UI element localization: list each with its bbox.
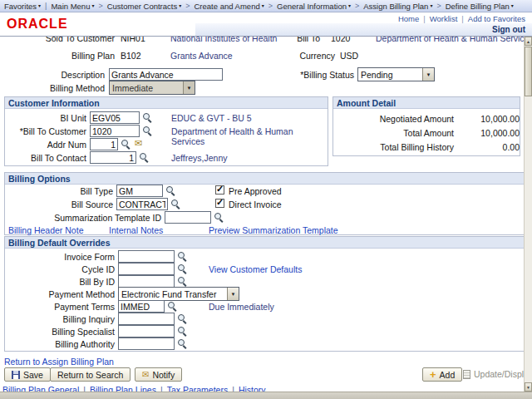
page-link-separator: | (232, 385, 234, 392)
lookup-icon[interactable] (176, 250, 188, 262)
cycle-id-label: Cycle ID (22, 264, 115, 274)
preview-summarization-template-link[interactable]: Preview Summarization Template (209, 225, 338, 235)
description-input[interactable] (109, 68, 223, 81)
breadcrumb-assign-billing-plan[interactable]: Assign Billing Plan ▾ (363, 2, 432, 11)
breadcrumb-general-information[interactable]: General Information ▾ (277, 2, 351, 11)
breadcrumb-separator: > (436, 2, 441, 10)
bill-to-contact-label: Bill To Contact (12, 153, 86, 163)
home-link[interactable]: Home (398, 14, 419, 23)
breadcrumb-customer-contracts[interactable]: Customer Contracts ▾ (107, 2, 182, 11)
summarization-template-id-input[interactable] (165, 211, 211, 224)
customer-information-section: Customer Information BI Unit EDUC & GVT … (4, 96, 328, 166)
envelope-icon[interactable]: ✉ (135, 139, 142, 148)
breadcrumb-separator: > (355, 2, 359, 10)
lookup-icon[interactable] (141, 125, 153, 136)
bill-to-name: Department of Health & Human Services (376, 37, 524, 43)
breadcrumb-favorites[interactable]: Favorites ▾ (4, 2, 41, 11)
add-label: Add (440, 370, 456, 380)
bill-to-label: Bill To (283, 37, 320, 43)
billing-plan-lines-link[interactable]: Billing Plan Lines (90, 385, 156, 392)
breadcrumb-favorites-label: Favorites (4, 2, 37, 11)
summarization-template-id-label: Summarization Template ID (13, 213, 161, 223)
payment-method-select[interactable]: Electronic Fund Transfer ▼ (118, 287, 239, 301)
sign-out-link[interactable]: Sign out (492, 25, 525, 34)
billing-authority-input[interactable] (118, 337, 175, 350)
app-header: ORACLE Home | Worklist | Add to Favorite… (0, 12, 532, 37)
billing-status-select[interactable]: Pending ▼ (357, 67, 435, 81)
billing-inquiry-input[interactable] (118, 313, 175, 325)
lookup-icon[interactable] (170, 198, 181, 209)
billing-plan-name: Grants Advance (170, 51, 233, 61)
scroll-thumb[interactable] (525, 47, 532, 96)
bill-to-customer-label: *Bill To Customer (5, 126, 86, 136)
save-icon (12, 371, 20, 379)
billing-plan-general-link[interactable]: Billing Plan General (2, 385, 79, 392)
bi-unit-input[interactable] (90, 111, 140, 124)
lookup-icon[interactable] (176, 313, 188, 324)
scroll-up-button[interactable]: ▲ (525, 37, 532, 46)
direct-invoice-checkbox[interactable]: ✓ (215, 199, 224, 208)
tax-parameters-link[interactable]: Tax Parameters (167, 385, 229, 392)
breadcrumb: Favorites ▾ | Main Menu ▾ > Customer Con… (0, 0, 532, 12)
billing-plan-label: Billing Plan (48, 51, 115, 61)
page-link-separator: | (160, 385, 163, 392)
total-billing-history-value: 0.00 (455, 142, 520, 152)
return-to-search-button[interactable]: Return to Search (50, 367, 131, 382)
billing-header-note-link[interactable]: Billing Header Note (8, 225, 83, 235)
vertical-scrollbar[interactable]: ▲ ▼ (524, 37, 532, 392)
lookup-icon[interactable] (165, 185, 176, 196)
lookup-icon[interactable] (213, 211, 224, 223)
lookup-icon[interactable] (176, 337, 188, 349)
bill-source-input[interactable] (116, 198, 168, 210)
lookup-icon[interactable] (138, 151, 150, 163)
lookup-icon[interactable] (166, 300, 178, 312)
billing-authority-label: Billing Authority (22, 339, 115, 349)
addr-num-label: Addr Num (12, 140, 86, 150)
billing-options-section: Billing Options Bill Type ✓ Pre Approved… (4, 172, 524, 235)
bill-to-contact-input[interactable] (90, 151, 136, 164)
breadcrumb-create-and-amend[interactable]: Create and Amend ▾ (194, 2, 264, 11)
peoplesoft-screen: Favorites ▾ | Main Menu ▾ > Customer Con… (0, 0, 532, 399)
breadcrumb-main-menu[interactable]: Main Menu ▾ (51, 2, 94, 11)
bill-by-id-label: Bill By ID (22, 277, 115, 287)
horizontal-scrollbar[interactable] (0, 392, 532, 399)
lookup-icon[interactable] (141, 111, 153, 123)
billing-plan-value: B102 (121, 51, 141, 61)
lookup-icon[interactable] (120, 138, 131, 150)
worklist-link[interactable]: Worklist (430, 14, 458, 23)
bill-to-customer-input[interactable] (90, 125, 140, 137)
payment-terms-input[interactable] (118, 300, 165, 313)
breadcrumb-define-billing-plan[interactable]: Define Billing Plan ▾ (446, 2, 514, 11)
bill-type-input[interactable] (116, 185, 163, 197)
add-to-favorites-link[interactable]: Add to Favorites (468, 14, 525, 23)
return-to-assign-billing-plan-link[interactable]: Return to Assign Billing Plan (4, 357, 114, 367)
direct-invoice-label: Direct Invoice (229, 200, 282, 209)
history-link[interactable]: History (239, 385, 266, 392)
view-customer-defaults-link[interactable]: View Customer Defaults (209, 264, 302, 274)
lookup-icon[interactable] (176, 275, 188, 287)
add-button[interactable]: + Add (422, 367, 462, 382)
lookup-icon[interactable] (176, 325, 188, 337)
currency-value: USD (340, 51, 358, 61)
notify-button[interactable]: ✉ Notify (135, 367, 182, 382)
billing-status-label: *Billing Status (279, 70, 354, 80)
addr-num-input[interactable] (90, 138, 118, 150)
bi-unit-label: BI Unit (12, 113, 86, 123)
breadcrumb-item-label: General Information (277, 2, 347, 11)
page-links: Billing Plan General | Billing Plan Line… (2, 385, 266, 392)
internal-notes-link[interactable]: Internal Notes (109, 225, 163, 235)
scroll-down-button[interactable]: ▼ (525, 382, 532, 392)
invoice-form-input[interactable] (118, 250, 175, 263)
sold-to-customer-label: Sold To Customer (32, 37, 115, 43)
amount-detail-section: Amount Detail Negotiated Amount 10,000.0… (332, 96, 520, 156)
billing-specialist-input[interactable] (118, 325, 175, 337)
cycle-id-input[interactable] (118, 263, 175, 275)
bill-by-id-input[interactable] (118, 275, 175, 288)
bill-type-label: Bill Type (30, 186, 113, 196)
lookup-icon[interactable] (176, 263, 188, 274)
chevron-down-icon: ▼ (227, 288, 239, 300)
billing-status-value: Pending (361, 70, 393, 80)
pre-approved-checkbox[interactable]: ✓ (215, 185, 224, 195)
save-button[interactable]: Save (4, 367, 51, 382)
chevron-down-icon: ▾ (38, 3, 41, 8)
